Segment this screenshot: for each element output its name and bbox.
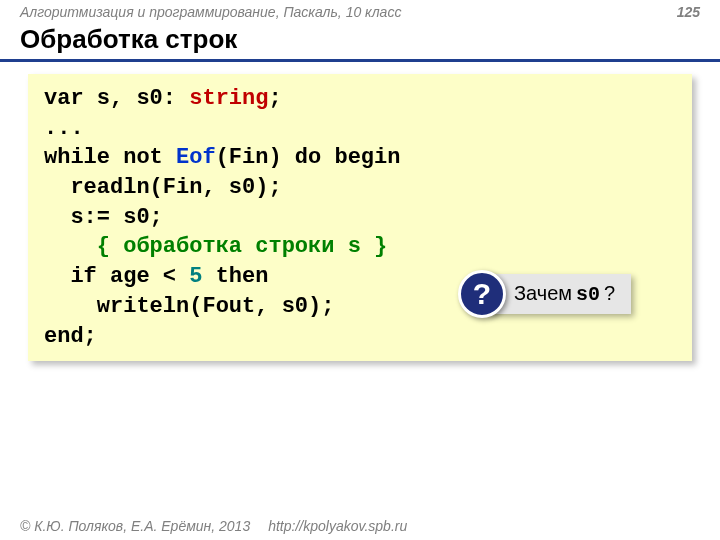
- code-line: while not Eof(Fin) do begin: [44, 145, 400, 170]
- footer-url: http://kpolyakov.spb.ru: [268, 518, 407, 534]
- question-mark-icon: ?: [458, 270, 506, 318]
- page-title: Обработка строк: [0, 22, 720, 62]
- code-line: ...: [44, 116, 84, 141]
- slide-footer: © К.Ю. Поляков, Е.А. Ерёмин, 2013 http:/…: [20, 518, 407, 534]
- callout-box: Зачем s0 ?: [488, 274, 631, 314]
- callout-text: Зачем: [514, 282, 572, 305]
- copyright: © К.Ю. Поляков, Е.А. Ерёмин, 2013: [20, 518, 250, 534]
- code-line: writeln(Fout, s0);: [44, 294, 334, 319]
- keyword-func: Eof: [176, 145, 216, 170]
- keyword-type: string: [189, 86, 268, 111]
- callout-code: s0: [576, 283, 600, 306]
- code-line: end;: [44, 324, 97, 349]
- keyword-number: 5: [189, 264, 202, 289]
- callout: ? Зачем s0 ?: [458, 270, 631, 318]
- callout-tail: ?: [604, 282, 615, 305]
- page-number: 125: [677, 4, 700, 20]
- code-line: readln(Fin, s0);: [44, 175, 282, 200]
- code-line: s:= s0;: [44, 205, 163, 230]
- code-line: if age < 5 then: [44, 264, 268, 289]
- code-line: var s, s0: string;: [44, 86, 282, 111]
- slide-header: Алгоритмизация и программирование, Паска…: [0, 0, 720, 22]
- code-block: var s, s0: string; ... while not Eof(Fin…: [28, 74, 692, 361]
- code-comment: { обработка строки s }: [44, 234, 387, 259]
- course-label: Алгоритмизация и программирование, Паска…: [20, 4, 401, 20]
